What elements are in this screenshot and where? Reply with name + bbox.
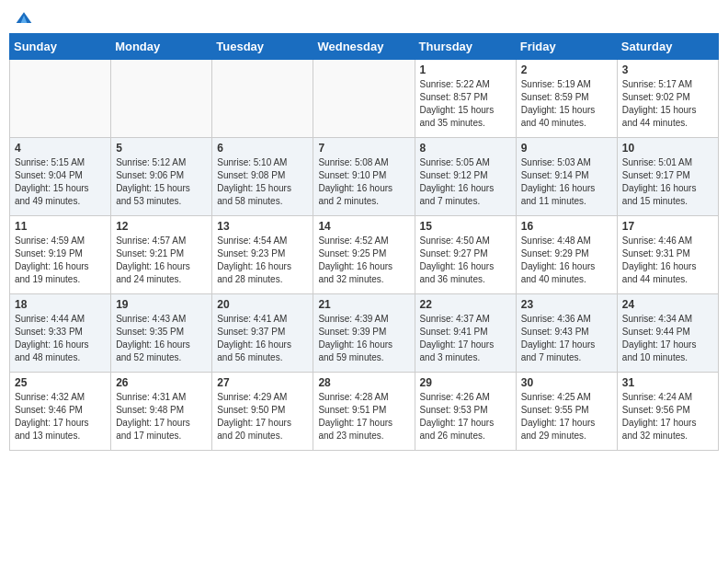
calendar-table: SundayMondayTuesdayWednesdayThursdayFrid… [9,33,719,451]
day-number: 7 [318,142,409,155]
day-cell: 13Sunrise: 4:54 AM Sunset: 9:23 PM Dayli… [212,216,313,294]
day-cell: 5Sunrise: 5:12 AM Sunset: 9:06 PM Daylig… [111,138,212,216]
day-cell: 12Sunrise: 4:57 AM Sunset: 9:21 PM Dayli… [111,216,212,294]
day-number: 1 [420,63,511,76]
day-cell: 3Sunrise: 5:17 AM Sunset: 9:02 PM Daylig… [617,60,718,138]
day-number: 30 [521,376,612,389]
day-cell: 16Sunrise: 4:48 AM Sunset: 9:29 PM Dayli… [516,216,617,294]
day-info: Sunrise: 4:44 AM Sunset: 9:33 PM Dayligh… [15,313,106,364]
day-number: 8 [420,142,511,155]
weekday-header-row: SundayMondayTuesdayWednesdayThursdayFrid… [10,34,719,60]
day-info: Sunrise: 4:39 AM Sunset: 9:39 PM Dayligh… [318,313,409,364]
day-info: Sunrise: 5:17 AM Sunset: 9:02 PM Dayligh… [622,78,713,130]
weekday-header-wednesday: Wednesday [313,34,415,60]
day-cell: 7Sunrise: 5:08 AM Sunset: 9:10 PM Daylig… [313,138,415,216]
day-cell [212,60,313,138]
day-info: Sunrise: 5:08 AM Sunset: 9:10 PM Dayligh… [318,156,409,208]
day-cell: 10Sunrise: 5:01 AM Sunset: 9:17 PM Dayli… [617,138,718,216]
day-cell: 6Sunrise: 5:10 AM Sunset: 9:08 PM Daylig… [212,138,313,216]
weekday-header-saturday: Saturday [617,34,718,60]
logo-icon [15,9,33,28]
week-row-3: 11Sunrise: 4:59 AM Sunset: 9:19 PM Dayli… [10,216,719,294]
logo [13,9,33,28]
day-number: 25 [15,376,106,389]
day-cell: 26Sunrise: 4:31 AM Sunset: 9:48 PM Dayli… [111,373,212,451]
day-cell: 22Sunrise: 4:37 AM Sunset: 9:41 PM Dayli… [415,294,516,373]
day-number: 3 [622,63,713,76]
day-cell: 25Sunrise: 4:32 AM Sunset: 9:46 PM Dayli… [10,373,111,451]
weekday-header-monday: Monday [111,34,212,60]
day-cell: 21Sunrise: 4:39 AM Sunset: 9:39 PM Dayli… [313,294,415,373]
week-row-1: 1Sunrise: 5:22 AM Sunset: 8:57 PM Daylig… [10,60,719,138]
day-cell: 17Sunrise: 4:46 AM Sunset: 9:31 PM Dayli… [617,216,718,294]
day-cell: 24Sunrise: 4:34 AM Sunset: 9:44 PM Dayli… [617,294,718,373]
day-number: 11 [15,220,106,233]
day-info: Sunrise: 4:34 AM Sunset: 9:44 PM Dayligh… [622,313,713,364]
day-number: 2 [521,63,612,76]
day-cell [313,60,415,138]
day-info: Sunrise: 4:28 AM Sunset: 9:51 PM Dayligh… [318,391,409,442]
day-number: 26 [116,376,207,389]
day-info: Sunrise: 5:19 AM Sunset: 8:59 PM Dayligh… [521,78,612,130]
week-row-2: 4Sunrise: 5:15 AM Sunset: 9:04 PM Daylig… [10,138,719,216]
weekday-header-friday: Friday [516,34,617,60]
day-info: Sunrise: 4:25 AM Sunset: 9:55 PM Dayligh… [521,391,612,442]
day-number: 15 [420,220,511,233]
day-number: 10 [622,142,713,155]
weekday-header-tuesday: Tuesday [212,34,313,60]
day-number: 31 [622,376,713,389]
day-cell: 20Sunrise: 4:41 AM Sunset: 9:37 PM Dayli… [212,294,313,373]
day-cell: 14Sunrise: 4:52 AM Sunset: 9:25 PM Dayli… [313,216,415,294]
day-info: Sunrise: 5:01 AM Sunset: 9:17 PM Dayligh… [622,156,713,208]
day-cell: 29Sunrise: 4:26 AM Sunset: 9:53 PM Dayli… [415,373,516,451]
day-cell: 11Sunrise: 4:59 AM Sunset: 9:19 PM Dayli… [10,216,111,294]
day-number: 12 [116,220,207,233]
day-cell: 28Sunrise: 4:28 AM Sunset: 9:51 PM Dayli… [313,373,415,451]
weekday-header-sunday: Sunday [10,34,111,60]
day-info: Sunrise: 4:26 AM Sunset: 9:53 PM Dayligh… [420,391,511,442]
day-number: 22 [420,298,511,311]
day-info: Sunrise: 4:43 AM Sunset: 9:35 PM Dayligh… [116,313,207,364]
day-number: 29 [420,376,511,389]
day-cell: 27Sunrise: 4:29 AM Sunset: 9:50 PM Dayli… [212,373,313,451]
day-info: Sunrise: 5:03 AM Sunset: 9:14 PM Dayligh… [521,156,612,208]
day-cell: 23Sunrise: 4:36 AM Sunset: 9:43 PM Dayli… [516,294,617,373]
day-cell: 2Sunrise: 5:19 AM Sunset: 8:59 PM Daylig… [516,60,617,138]
day-cell: 31Sunrise: 4:24 AM Sunset: 9:56 PM Dayli… [617,373,718,451]
day-number: 13 [217,220,308,233]
day-info: Sunrise: 4:24 AM Sunset: 9:56 PM Dayligh… [622,391,713,442]
day-cell: 4Sunrise: 5:15 AM Sunset: 9:04 PM Daylig… [10,138,111,216]
day-info: Sunrise: 4:36 AM Sunset: 9:43 PM Dayligh… [521,313,612,364]
day-info: Sunrise: 4:32 AM Sunset: 9:46 PM Dayligh… [15,391,106,442]
day-info: Sunrise: 4:50 AM Sunset: 9:27 PM Dayligh… [420,235,511,286]
day-cell: 15Sunrise: 4:50 AM Sunset: 9:27 PM Dayli… [415,216,516,294]
day-info: Sunrise: 5:10 AM Sunset: 9:08 PM Dayligh… [217,156,308,208]
day-number: 16 [521,220,612,233]
day-number: 28 [318,376,409,389]
day-info: Sunrise: 4:41 AM Sunset: 9:37 PM Dayligh… [217,313,308,364]
day-cell: 30Sunrise: 4:25 AM Sunset: 9:55 PM Dayli… [516,373,617,451]
day-info: Sunrise: 4:57 AM Sunset: 9:21 PM Dayligh… [116,235,207,286]
day-number: 18 [15,298,106,311]
day-number: 23 [521,298,612,311]
day-number: 17 [622,220,713,233]
day-cell [111,60,212,138]
day-info: Sunrise: 4:54 AM Sunset: 9:23 PM Dayligh… [217,235,308,286]
day-number: 27 [217,376,308,389]
day-cell: 1Sunrise: 5:22 AM Sunset: 8:57 PM Daylig… [415,60,516,138]
day-info: Sunrise: 4:31 AM Sunset: 9:48 PM Dayligh… [116,391,207,442]
day-number: 19 [116,298,207,311]
page-header [9,9,719,28]
day-info: Sunrise: 5:22 AM Sunset: 8:57 PM Dayligh… [420,78,511,130]
day-number: 14 [318,220,409,233]
day-info: Sunrise: 4:59 AM Sunset: 9:19 PM Dayligh… [15,235,106,286]
day-number: 20 [217,298,308,311]
day-number: 6 [217,142,308,155]
day-number: 24 [622,298,713,311]
day-info: Sunrise: 5:15 AM Sunset: 9:04 PM Dayligh… [15,156,106,208]
week-row-5: 25Sunrise: 4:32 AM Sunset: 9:46 PM Dayli… [10,373,719,451]
day-cell: 18Sunrise: 4:44 AM Sunset: 9:33 PM Dayli… [10,294,111,373]
day-info: Sunrise: 4:46 AM Sunset: 9:31 PM Dayligh… [622,235,713,286]
day-number: 9 [521,142,612,155]
day-number: 21 [318,298,409,311]
